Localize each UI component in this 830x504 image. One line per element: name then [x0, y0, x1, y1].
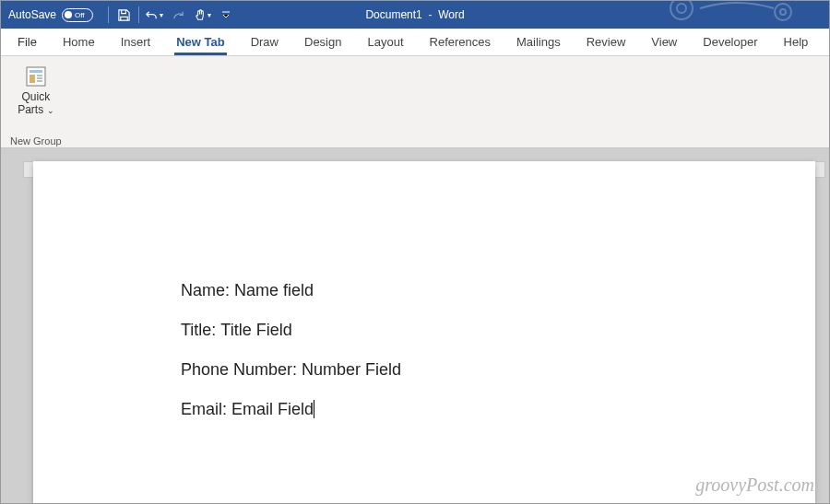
svg-point-1 — [677, 4, 686, 13]
quick-access-toolbar: ▾ ▾ — [101, 4, 237, 26]
qat-separator — [138, 6, 139, 23]
title-separator: - — [425, 8, 438, 21]
svg-rect-5 — [30, 70, 42, 73]
doc-name: Document1 — [365, 8, 421, 21]
toggle-knob-icon — [65, 11, 72, 18]
svg-rect-6 — [30, 75, 35, 83]
autosave-control[interactable]: AutoSave Off — [1, 8, 101, 22]
doc-line-email[interactable]: Email: Email Field — [181, 400, 815, 419]
quick-parts-icon — [23, 64, 49, 89]
redo-icon — [172, 8, 185, 22]
field-label: Name: — [181, 281, 230, 299]
tab-file[interactable]: File — [5, 29, 50, 56]
ribbon-group-label: New Group — [10, 135, 62, 148]
ribbon-group-new-group: Quick Parts ⌄ New Group — [1, 60, 71, 148]
quick-parts-label: Quick Parts ⌄ — [18, 91, 53, 117]
field-value: Email Field — [231, 400, 314, 418]
customize-icon — [220, 9, 231, 20]
chevron-down-icon: ▾ — [208, 11, 211, 19]
document-title: Document1 - Word — [365, 8, 464, 21]
save-button[interactable] — [113, 4, 135, 26]
tab-design[interactable]: Design — [291, 29, 354, 56]
doc-line-title[interactable]: Title: Title Field — [181, 321, 815, 340]
tab-review[interactable]: Review — [574, 29, 639, 56]
titlebar-decoration — [654, 0, 820, 27]
touch-mouse-mode-button[interactable]: ▾ — [191, 4, 213, 26]
customize-qat-button[interactable] — [215, 4, 237, 26]
autosave-toggle[interactable]: Off — [62, 8, 93, 22]
autosave-label: AutoSave — [8, 8, 56, 21]
tab-mailings[interactable]: Mailings — [504, 29, 574, 56]
tab-references[interactable]: References — [417, 29, 504, 56]
document-page[interactable]: Name: Name field Title: Title Field Phon… — [33, 161, 815, 503]
tab-insert[interactable]: Insert — [108, 29, 164, 56]
quick-parts-button[interactable]: Quick Parts ⌄ — [14, 62, 57, 119]
qat-separator — [108, 6, 109, 23]
redo-button[interactable] — [167, 4, 189, 26]
undo-icon — [145, 8, 159, 22]
field-label: Title: — [181, 321, 216, 339]
field-value: Number Field — [302, 360, 401, 379]
tab-draw[interactable]: Draw — [238, 29, 291, 56]
field-label: Email: — [181, 400, 227, 418]
field-value: Name field — [234, 281, 314, 299]
app-name: Word — [438, 8, 464, 21]
ribbon-tabs: File Home Insert New Tab Draw Design Lay… — [1, 29, 829, 56]
svg-point-3 — [780, 9, 786, 15]
tab-new-tab[interactable]: New Tab — [163, 29, 238, 56]
save-icon — [117, 8, 131, 22]
title-bar: AutoSave Off ▾ ▾ — [1, 1, 829, 29]
doc-line-name[interactable]: Name: Name field — [181, 281, 815, 300]
hand-icon — [193, 8, 207, 22]
undo-button[interactable]: ▾ — [143, 4, 165, 26]
tab-help[interactable]: Help — [771, 29, 822, 56]
autosave-state: Off — [75, 11, 85, 19]
doc-line-phone[interactable]: Phone Number: Number Field — [181, 360, 815, 380]
field-value: Title Field — [220, 321, 291, 339]
chevron-down-icon: ▾ — [160, 11, 163, 19]
tab-developer[interactable]: Developer — [690, 29, 770, 56]
tab-layout[interactable]: Layout — [354, 29, 416, 56]
field-label: Phone Number: — [181, 360, 297, 379]
tab-view[interactable]: View — [638, 29, 690, 56]
text-cursor — [314, 400, 314, 418]
svg-point-2 — [775, 4, 791, 20]
ribbon-body: Quick Parts ⌄ New Group — [1, 56, 829, 148]
tab-home[interactable]: Home — [50, 29, 108, 56]
document-workspace: Name: Name field Title: Title Field Phon… — [1, 148, 829, 503]
